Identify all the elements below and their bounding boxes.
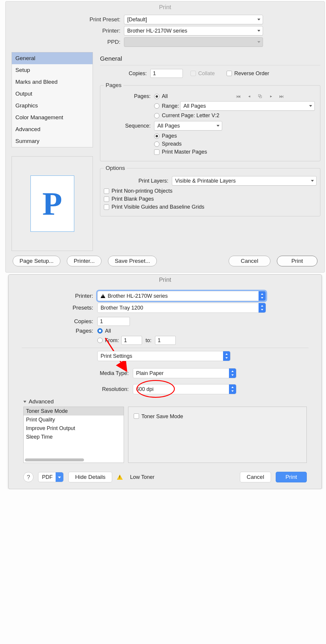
chevron-down-icon [257,30,260,32]
sidebar-item-graphics[interactable]: Graphics [12,100,93,112]
sequence-label: Sequence: [104,123,154,129]
help-button[interactable]: ? [23,472,33,482]
sys-printer-dropdown[interactable]: Brother HL-2170W series [97,291,266,301]
pages-current-label: Current Page: Letter V:2 [162,112,219,119]
toner-save-checkbox[interactable] [134,413,139,419]
sidebar-item-advanced[interactable]: Advanced [12,123,93,135]
pages-group-legend: Pages [104,82,123,88]
page-nav-icons[interactable]: ⏮ ◀ ⧉ ▶ ⏭ [236,94,287,99]
sys-panel-dropdown[interactable]: Print Settings [97,351,230,361]
sequence-pages-radio[interactable] [154,133,159,139]
sys-print-button[interactable]: Print [276,472,307,482]
print-layers-label: Print Layers: [104,178,172,184]
save-preset-button[interactable]: Save Preset... [108,256,157,266]
pages-all-radio[interactable] [154,94,159,99]
sys-pages-all-radio[interactable] [97,328,103,334]
sys-copies-input[interactable]: 1 [97,317,130,326]
ppd-dropdown [124,37,263,47]
section-title: General [100,52,320,65]
sys-presets-dropdown[interactable]: Brother Tray 1200 [97,303,266,313]
indesign-print-dialog: Print Print Preset: [Default] Printer: B… [5,1,325,273]
pages-range-label: Range: [162,103,179,109]
sequence-dropdown[interactable]: All Pages [154,121,222,131]
ppd-label: PPD: [6,39,124,45]
resolution-dropdown[interactable]: 600 dpi [133,384,236,394]
options-group: Options Print Layers: Visible & Printabl… [100,165,320,216]
pages-all-label: All [162,93,168,99]
page-setup-button[interactable]: Page Setup... [13,256,60,266]
adv-item-print-quality[interactable]: Print Quality [24,416,124,424]
sys-pages-label: Pages: [9,328,97,334]
sidebar-item-general[interactable]: General [12,52,93,64]
preview-page-thumbnail: P [30,176,74,232]
printer-value: Brother HL-2170W series [127,28,187,34]
sidebar-item-marks-bleed[interactable]: Marks and Bleed [12,76,93,88]
stepper-icon [223,351,230,361]
print-preset-label: Print Preset: [6,16,124,23]
toner-save-label: Toner Save Mode [141,413,183,420]
sequence-spreads-label: Spreads [162,141,182,147]
chevron-down-icon [309,105,312,107]
reverse-order-label: Reverse Order [234,70,269,77]
sidebar-item-setup[interactable]: Setup [12,64,93,76]
printer-button[interactable]: Printer... [67,256,101,266]
scrollbar[interactable] [25,458,84,461]
printer-dropdown[interactable]: Brother HL-2170W series [124,26,263,36]
pages-label: Pages: [104,93,154,99]
pages-range-radio[interactable] [154,103,159,109]
sys-pages-from-radio[interactable] [97,338,103,343]
stepper-icon [259,291,266,301]
page-preview: P [12,156,93,251]
sidebar-item-color-mgmt[interactable]: Color Management [12,112,93,123]
sys-pages-to-input[interactable]: 1 [155,336,176,345]
stepper-icon [229,368,236,378]
sequence-spreads-radio[interactable] [154,141,159,147]
chevron-down-icon [56,472,63,482]
sys-printer-label: Printer: [9,293,97,299]
print-nonprinting-checkbox[interactable] [104,189,109,194]
adv-item-sleep-time[interactable]: Sleep Time [24,433,124,441]
sys-cancel-button[interactable]: Cancel [240,472,271,482]
print-button[interactable]: Print [277,256,317,266]
dialog2-title: Print [9,275,322,285]
sidebar-item-output[interactable]: Output [12,88,93,100]
copies-input[interactable]: 1 [150,69,183,78]
print-preset-dropdown[interactable]: [Default] [124,15,263,24]
print-nonprinting-label: Print Non-printing Objects [112,188,172,194]
chevron-down-icon [311,180,314,182]
print-blank-checkbox[interactable] [104,197,109,202]
print-guides-checkbox[interactable] [104,205,109,210]
hide-details-button[interactable]: Hide Details [68,472,112,482]
print-blank-label: Print Blank Pages [112,196,154,202]
pages-current-radio[interactable] [154,113,159,118]
reverse-order-checkbox[interactable] [227,71,232,76]
sequence-pages-label: Pages [162,133,177,139]
print-layers-dropdown[interactable]: Visible & Printable Layers [172,176,317,186]
chevron-down-icon [217,125,220,127]
sidebar-item-summary[interactable]: Summary [12,135,93,147]
pages-range-dropdown[interactable]: All Pages [180,101,315,111]
advanced-label: Advanced [29,398,54,405]
print-master-checkbox[interactable] [154,149,159,155]
cancel-button[interactable]: Cancel [229,256,270,266]
sys-copies-label: Copies: [9,318,97,325]
advanced-list[interactable]: Toner Save Mode Print Quality Improve Pr… [23,407,124,463]
warning-triangle-icon [117,474,123,480]
pdf-dropdown[interactable]: PDF [38,472,64,482]
chevron-down-icon [257,19,260,20]
sys-pages-to-label: to: [146,337,151,344]
media-type-label: Media Type: [9,370,133,376]
disclosure-triangle-icon[interactable] [23,401,26,403]
adv-item-improve-output[interactable]: Improve Print Output [24,424,124,433]
advanced-panel: Toner Save Mode [128,407,307,463]
adv-item-toner-save[interactable]: Toner Save Mode [24,407,124,416]
media-type-dropdown[interactable]: Plain Paper [133,368,236,378]
low-toner-label: Low Toner [130,474,154,480]
options-group-legend: Options [104,165,127,171]
print-guides-label: Print Visible Guides and Baseline Grids [112,204,204,210]
collate-label: Collate [198,70,215,77]
sys-pages-from-label: From: [105,337,119,344]
sys-pages-from-input[interactable]: 1 [121,336,142,345]
stepper-icon [229,384,236,394]
dialog-title: Print [6,1,325,13]
